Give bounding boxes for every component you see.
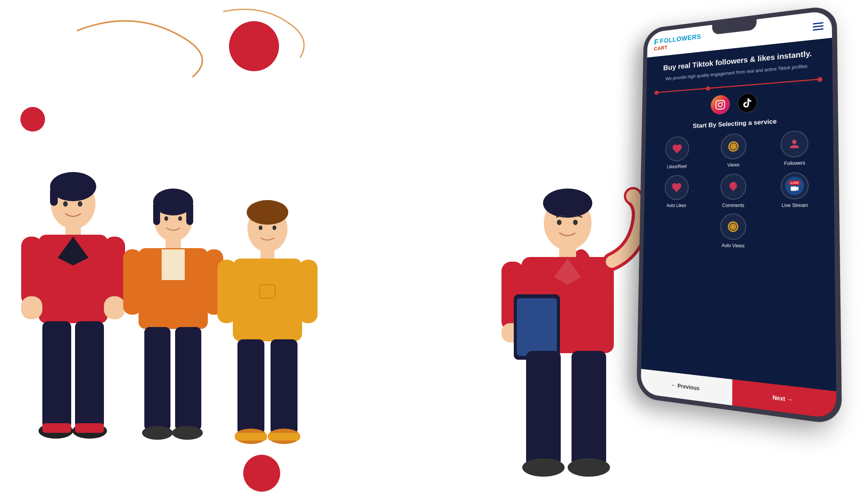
svg-rect-75 [791, 186, 797, 190]
svg-rect-19 [75, 321, 104, 429]
auto-likes-icon-circle [664, 175, 689, 200]
svg-rect-16 [104, 237, 125, 306]
svg-rect-67 [526, 351, 561, 466]
svg-rect-7 [50, 187, 58, 206]
svg-point-42 [272, 225, 276, 230]
svg-point-69 [522, 458, 565, 477]
service-live-stream[interactable]: LIVE Live Stream [765, 172, 826, 208]
character-orange-jacket [123, 181, 223, 481]
live-stream-label: Live Stream [782, 202, 808, 208]
progress-dot-end [817, 77, 822, 82]
progress-dot-mid [706, 86, 710, 90]
svg-point-1 [20, 107, 45, 132]
svg-point-29 [178, 216, 182, 221]
svg-rect-14 [21, 237, 42, 306]
svg-rect-44 [233, 259, 302, 341]
svg-rect-49 [271, 339, 297, 435]
svg-rect-43 [261, 249, 274, 260]
character-pointing-man [495, 181, 641, 489]
svg-rect-18 [42, 321, 71, 429]
svg-point-57 [573, 220, 578, 225]
svg-rect-15 [21, 296, 42, 319]
svg-rect-36 [175, 327, 201, 431]
progress-dot-start [655, 90, 659, 95]
service-auto-views[interactable]: Auto Views [720, 214, 746, 249]
svg-rect-27 [186, 202, 193, 225]
likes-reel-icon-circle [665, 136, 689, 162]
svg-rect-48 [237, 339, 264, 435]
svg-rect-32 [162, 249, 185, 280]
svg-rect-23 [75, 423, 104, 433]
views-icon-circle [720, 133, 746, 160]
svg-rect-46 [217, 260, 236, 323]
service-views[interactable]: Views [706, 132, 761, 169]
svg-marker-76 [797, 186, 799, 190]
hamburger-menu-button[interactable] [813, 22, 824, 30]
auto-likes-label: Auto Likes [667, 203, 687, 208]
logo-area: F FOLLOWERS CART [654, 33, 701, 52]
phone-screen: F FOLLOWERS CART Buy real Tiktok followe… [641, 10, 837, 419]
svg-point-70 [568, 458, 610, 477]
svg-rect-26 [153, 202, 160, 225]
svg-point-38 [172, 426, 203, 440]
svg-rect-22 [42, 423, 71, 433]
phone-mockup: F FOLLOWERS CART Buy real Tiktok followe… [633, 12, 833, 404]
svg-rect-17 [104, 296, 125, 319]
svg-point-74 [729, 182, 737, 190]
svg-point-55 [543, 189, 592, 218]
auto-views-section: Auto Views [643, 210, 835, 258]
service-followers[interactable]: Followers [765, 129, 825, 167]
svg-point-40 [247, 200, 288, 225]
svg-rect-52 [235, 433, 267, 441]
views-label: Views [727, 162, 739, 168]
instagram-button[interactable] [711, 95, 730, 115]
tiktok-button[interactable] [737, 92, 757, 113]
svg-point-41 [259, 225, 262, 230]
svg-rect-66 [517, 298, 557, 356]
service-likes-reel[interactable]: Likes/Reel [652, 135, 703, 170]
services-grid: Likes/Reel Views [644, 127, 834, 210]
next-button[interactable]: Next → [732, 379, 837, 419]
followers-icon-circle [780, 130, 809, 158]
live-stream-icon-circle: LIVE [781, 172, 809, 199]
svg-point-8 [63, 201, 68, 207]
service-comments[interactable]: Comments [706, 173, 761, 208]
svg-point-79 [732, 225, 734, 227]
comments-icon-circle [720, 174, 746, 200]
svg-point-56 [557, 220, 562, 225]
phone-footer: ← Previous Next → [641, 369, 837, 419]
svg-rect-33 [123, 249, 142, 315]
logo-f: F [654, 38, 658, 47]
comments-label: Comments [722, 203, 744, 208]
scene: F FOLLOWERS CART Buy real Tiktok followe… [0, 0, 864, 504]
svg-rect-53 [268, 433, 300, 441]
auto-views-icon-circle [720, 214, 746, 240]
phone-frame: F FOLLOWERS CART Buy real Tiktok followe… [637, 5, 842, 425]
svg-rect-47 [299, 260, 318, 323]
svg-rect-35 [144, 327, 170, 431]
previous-button[interactable]: ← Previous [641, 369, 732, 406]
svg-point-0 [229, 21, 279, 71]
svg-rect-68 [572, 351, 606, 466]
likes-reel-label: Likes/Reel [667, 164, 687, 170]
svg-point-37 [142, 426, 173, 440]
auto-views-label: Auto Views [722, 243, 745, 249]
character-yellow-sweater [217, 192, 318, 481]
svg-rect-30 [165, 239, 181, 249]
service-auto-likes[interactable]: Auto Likes [651, 174, 703, 208]
character-red-jacket [15, 165, 131, 481]
svg-point-9 [78, 201, 82, 207]
svg-point-73 [732, 145, 734, 147]
svg-point-28 [164, 216, 168, 221]
followers-label: Followers [784, 160, 805, 166]
